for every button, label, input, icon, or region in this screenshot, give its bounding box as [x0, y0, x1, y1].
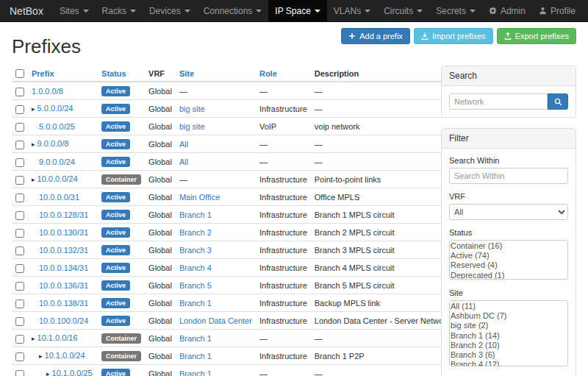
- export-prefixes-button[interactable]: Export prefixes: [497, 28, 576, 44]
- status-filter-select[interactable]: Container (16)Active (74)Reserved (4)Dep…: [449, 240, 568, 280]
- select-option[interactable]: All (11): [451, 302, 567, 311]
- site-link[interactable]: Branch 1: [179, 210, 212, 219]
- row-checkbox[interactable]: [15, 176, 24, 185]
- column-header-site: Site: [176, 65, 256, 82]
- site-link[interactable]: All: [179, 157, 188, 166]
- search-input[interactable]: [449, 93, 548, 110]
- nav-item-circuits[interactable]: Circuits: [377, 0, 429, 21]
- nav-item-vlans[interactable]: VLANs: [327, 0, 377, 21]
- prefix-link[interactable]: 1.0.0.0/8: [32, 87, 63, 96]
- select-option[interactable]: big site (2): [451, 321, 567, 330]
- prefix-link[interactable]: 10.0.0.138/31: [39, 299, 88, 308]
- select-option[interactable]: Deprecated (1): [451, 271, 567, 280]
- status-badge: Active: [101, 227, 130, 238]
- nav-item-profile[interactable]: Profile: [532, 0, 582, 21]
- prefix-link[interactable]: 9.0.0.0/8: [37, 139, 69, 148]
- role-cell: Infrastructure: [256, 312, 311, 330]
- prefix-link[interactable]: 5.0.0.0/25: [39, 122, 75, 131]
- select-option[interactable]: Container (16): [451, 241, 567, 251]
- select-option[interactable]: Ashburn DC (7): [451, 311, 567, 321]
- chevron-down-icon: [365, 10, 370, 13]
- chevron-down-icon: [184, 10, 190, 13]
- nav-item-admin[interactable]: Admin: [482, 0, 532, 21]
- sort-link-prefix[interactable]: Prefix: [32, 69, 54, 78]
- site-link[interactable]: Main Office: [179, 193, 220, 202]
- sort-link-site[interactable]: Site: [179, 69, 194, 78]
- row-checkbox[interactable]: [15, 141, 24, 149]
- select-all-checkbox[interactable]: [15, 69, 24, 78]
- select-option[interactable]: Reserved (4): [451, 260, 567, 270]
- nav-item-sites[interactable]: Sites: [53, 0, 96, 21]
- status-filter-label: Status: [449, 228, 568, 237]
- site-link[interactable]: Branch 5: [179, 281, 212, 290]
- sort-link-role[interactable]: Role: [259, 69, 277, 78]
- row-checkbox[interactable]: [15, 299, 24, 308]
- add-a-prefix-button[interactable]: Add a prefix: [341, 28, 410, 44]
- prefix-link[interactable]: 5.0.0.0/24: [37, 104, 74, 113]
- prefix-cell: 10.0.0.134/31: [28, 259, 98, 277]
- vrf-filter-select[interactable]: All: [449, 204, 568, 220]
- select-option[interactable]: Branch 2 (10): [451, 341, 567, 350]
- chevron-down-icon: [417, 10, 423, 13]
- prefix-link[interactable]: 10.0.0.134/31: [39, 263, 88, 272]
- row-checkbox[interactable]: [15, 335, 24, 344]
- site-link[interactable]: Branch 3: [179, 246, 212, 255]
- nav-item-secrets[interactable]: Secrets: [429, 0, 482, 21]
- row-checkbox[interactable]: [15, 352, 24, 361]
- prefix-link[interactable]: 10.0.0.128/31: [39, 210, 88, 219]
- nav-item-log-out[interactable]: Log out: [582, 0, 588, 21]
- row-checkbox[interactable]: [15, 229, 24, 238]
- prefix-link[interactable]: 10.1.0.0/24: [45, 351, 85, 360]
- row-checkbox[interactable]: [15, 158, 24, 167]
- prefix-link[interactable]: 10.1.0.0/25: [52, 369, 93, 376]
- row-checkbox[interactable]: [15, 264, 24, 273]
- search-within-input[interactable]: [449, 168, 568, 184]
- sort-link-status[interactable]: Status: [101, 69, 126, 78]
- prefix-link[interactable]: 10.0.0.132/31: [39, 246, 88, 255]
- site-link[interactable]: Branch 1: [179, 352, 212, 361]
- site-link[interactable]: Branch 1: [179, 299, 212, 308]
- row-checkbox[interactable]: [15, 123, 24, 132]
- row-checkbox[interactable]: [15, 317, 24, 326]
- prefix-cell: ▸10.1.0.0/24: [28, 347, 98, 365]
- prefix-link[interactable]: 10.0.0.0/24: [37, 174, 78, 183]
- row-checkbox[interactable]: [15, 105, 24, 114]
- site-link[interactable]: big site: [179, 104, 205, 113]
- row-checkbox[interactable]: [15, 211, 24, 220]
- select-option[interactable]: Active (74): [451, 251, 567, 260]
- select-option[interactable]: Branch 3 (6): [451, 350, 567, 360]
- row-checkbox[interactable]: [15, 194, 24, 202]
- prefix-link[interactable]: 9.0.0.0/24: [39, 157, 75, 166]
- prefix-link[interactable]: 10.0.100.0/24: [39, 316, 88, 325]
- site-link[interactable]: Branch 1: [179, 334, 212, 343]
- row-checkbox[interactable]: [15, 246, 24, 255]
- search-button[interactable]: [548, 93, 568, 110]
- site-link[interactable]: Branch 1: [179, 369, 212, 376]
- import-prefixes-button[interactable]: Import prefixes: [414, 28, 493, 44]
- site-filter-select[interactable]: All (11)Ashburn DC (7)big site (2)Branch…: [449, 300, 568, 366]
- prefix-link[interactable]: 10.0.0.130/31: [39, 228, 88, 237]
- site-link[interactable]: All: [179, 140, 188, 149]
- site-link[interactable]: big site: [179, 122, 205, 131]
- role-cell: Infrastructure: [256, 277, 311, 294]
- site-link[interactable]: Branch 4: [179, 263, 212, 272]
- nav-item-devices[interactable]: Devices: [143, 0, 197, 21]
- nav-item-connections[interactable]: Connections: [197, 0, 269, 21]
- site-link[interactable]: London Data Center: [179, 316, 252, 325]
- row-checkbox[interactable]: [15, 282, 24, 291]
- row-checkbox[interactable]: [15, 370, 24, 376]
- navbar-brand[interactable]: NetBox: [0, 0, 53, 21]
- prefix-link[interactable]: 10.1.0.0/16: [37, 333, 78, 342]
- role-cell: Infrastructure: [256, 206, 311, 224]
- select-option[interactable]: Branch 4 (12): [451, 360, 567, 366]
- prefix-link[interactable]: 10.0.0.0/31: [39, 193, 79, 202]
- nav-item-racks[interactable]: Racks: [96, 0, 143, 21]
- status-cell: Active: [98, 82, 145, 100]
- row-checkbox[interactable]: [15, 88, 24, 96]
- prefix-link[interactable]: 10.0.0.136/31: [39, 281, 88, 290]
- nav-item-ip-space[interactable]: IP Space: [268, 0, 326, 21]
- select-option[interactable]: Branch 1 (14): [451, 331, 567, 341]
- status-badge: Active: [101, 210, 130, 220]
- export-icon: [504, 32, 512, 40]
- site-link[interactable]: Branch 2: [179, 228, 212, 237]
